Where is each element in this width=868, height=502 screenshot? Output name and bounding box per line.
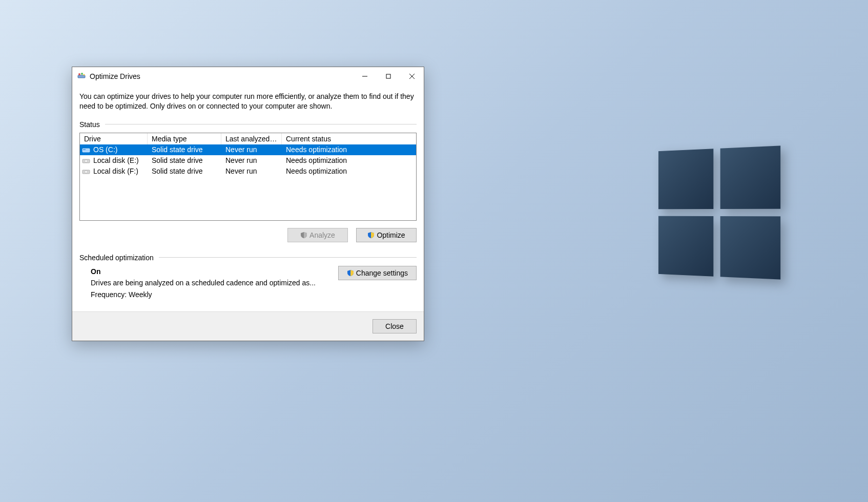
drive-row[interactable]: OS (C:)Solid state driveNever runNeeds o… bbox=[80, 144, 416, 155]
optimize-button[interactable]: Optimize bbox=[356, 228, 417, 242]
drive-last-analyzed: Never run bbox=[221, 145, 282, 154]
optimize-drives-window: Optimize Drives You can optimize your dr… bbox=[72, 67, 424, 341]
drive-media-type: Solid state drive bbox=[148, 156, 221, 164]
drive-media-type: Solid state drive bbox=[148, 145, 221, 154]
svg-point-3 bbox=[84, 74, 85, 76]
divider bbox=[159, 257, 417, 258]
svg-rect-9 bbox=[83, 149, 86, 150]
divider bbox=[105, 124, 417, 124]
drive-name: Local disk (F:) bbox=[93, 167, 138, 175]
drive-icon bbox=[82, 147, 90, 153]
change-settings-label: Change settings bbox=[356, 269, 408, 277]
drive-last-analyzed: Never run bbox=[221, 167, 282, 175]
drive-icon bbox=[82, 157, 90, 163]
column-header-media[interactable]: Media type bbox=[148, 133, 221, 144]
app-icon bbox=[77, 72, 86, 80]
drive-current-status: Needs optimization bbox=[282, 156, 416, 164]
scheduled-section-label: Scheduled optimization bbox=[79, 254, 154, 262]
close-dialog-button[interactable]: Close bbox=[373, 319, 417, 333]
drives-list: Drive Media type Last analyzed or ... Cu… bbox=[79, 133, 417, 221]
drive-row[interactable]: Local disk (E:)Solid state driveNever ru… bbox=[80, 155, 416, 166]
svg-rect-0 bbox=[78, 75, 85, 78]
drive-last-analyzed: Never run bbox=[221, 156, 282, 164]
windows-logo bbox=[658, 145, 780, 279]
drive-name: OS (C:) bbox=[93, 145, 117, 154]
svg-point-2 bbox=[81, 73, 83, 75]
schedule-frequency: Frequency: Weekly bbox=[91, 290, 152, 299]
window-title: Optimize Drives bbox=[90, 72, 140, 80]
drive-row[interactable]: Local disk (F:)Solid state driveNever ru… bbox=[80, 166, 416, 177]
change-settings-button[interactable]: Change settings bbox=[338, 266, 417, 280]
status-section-label: Status bbox=[79, 120, 100, 129]
analyze-button[interactable]: Analyze bbox=[287, 228, 348, 242]
analyze-button-label: Analyze bbox=[309, 231, 335, 239]
intro-text: You can optimize your drives to help you… bbox=[79, 92, 417, 111]
drive-current-status: Needs optimization bbox=[282, 145, 416, 154]
svg-point-1 bbox=[78, 73, 80, 75]
maximize-button[interactable] bbox=[377, 67, 400, 86]
shield-icon bbox=[300, 232, 307, 239]
svg-rect-5 bbox=[386, 74, 390, 78]
optimize-button-label: Optimize bbox=[377, 231, 405, 239]
minimize-button[interactable] bbox=[353, 67, 377, 86]
column-header-last[interactable]: Last analyzed or ... bbox=[221, 133, 282, 144]
column-header-status[interactable]: Current status bbox=[282, 133, 416, 144]
svg-point-11 bbox=[85, 160, 88, 162]
drive-name: Local disk (E:) bbox=[93, 156, 139, 164]
schedule-description: Drives are being analyzed on a scheduled… bbox=[91, 279, 316, 287]
drive-current-status: Needs optimization bbox=[282, 167, 416, 175]
dialog-footer: Close bbox=[72, 311, 424, 341]
shield-icon bbox=[367, 232, 375, 239]
shield-icon bbox=[347, 269, 354, 277]
drive-media-type: Solid state drive bbox=[148, 167, 221, 175]
schedule-state: On bbox=[91, 267, 100, 276]
list-header: Drive Media type Last analyzed or ... Cu… bbox=[80, 133, 416, 144]
close-button[interactable] bbox=[400, 67, 424, 86]
svg-point-13 bbox=[85, 171, 88, 173]
close-dialog-label: Close bbox=[385, 322, 404, 330]
column-header-drive[interactable]: Drive bbox=[80, 133, 148, 144]
title-bar: Optimize Drives bbox=[72, 67, 424, 86]
drive-icon bbox=[82, 168, 90, 174]
